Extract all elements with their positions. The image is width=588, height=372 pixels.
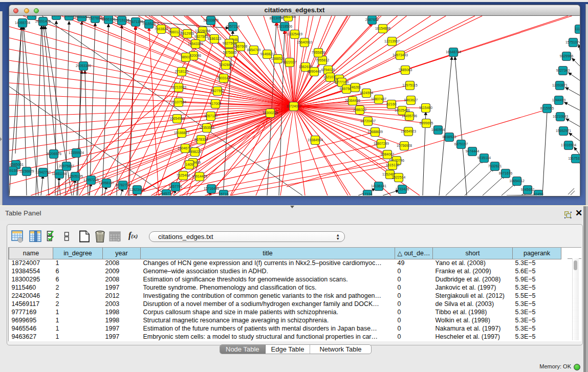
svg-text:8938923: 8938923 <box>443 135 456 139</box>
svg-text:9498222: 9498222 <box>188 150 202 154</box>
svg-text:19218506: 19218506 <box>277 25 292 28</box>
svg-text:9084067: 9084067 <box>381 152 395 156</box>
svg-text:11451194: 11451194 <box>52 172 67 176</box>
svg-text:10958107: 10958107 <box>99 181 114 185</box>
svg-text:8215955: 8215955 <box>540 106 554 110</box>
svg-text:15716: 15716 <box>219 192 229 195</box>
svg-text:16939: 16939 <box>52 16 61 17</box>
svg-text:9235114: 9235114 <box>477 156 491 160</box>
svg-text:7663822: 7663822 <box>155 27 168 31</box>
svg-text:9777169: 9777169 <box>335 80 349 84</box>
svg-text:1733426: 1733426 <box>396 187 409 191</box>
svg-text:39159: 39159 <box>9 169 18 172</box>
svg-text:17334: 17334 <box>363 192 373 195</box>
svg-text:6999695: 6999695 <box>420 121 433 125</box>
svg-text:9327503: 9327503 <box>194 35 208 38</box>
svg-text:6466160: 6466160 <box>102 17 116 21</box>
svg-text:14136141: 14136141 <box>371 184 386 188</box>
svg-text:18724007: 18724007 <box>286 104 301 108</box>
svg-text:12213967: 12213967 <box>384 39 400 43</box>
svg-text:10653: 10653 <box>64 16 74 17</box>
svg-text:9474444: 9474444 <box>466 149 480 153</box>
svg-text:1705: 1705 <box>28 16 35 17</box>
svg-text:6879197: 6879197 <box>454 142 468 146</box>
svg-text:8678334: 8678334 <box>194 138 208 141</box>
svg-text:9329966: 9329966 <box>560 54 574 58</box>
svg-text:7485063: 7485063 <box>399 68 412 72</box>
svg-text:12093871: 12093871 <box>552 83 568 87</box>
svg-text:11156829: 11156829 <box>19 169 34 173</box>
svg-text:2803144: 2803144 <box>217 76 231 80</box>
svg-text:94577: 94577 <box>162 192 171 195</box>
svg-text:62160: 62160 <box>387 102 397 106</box>
svg-text:12213383: 12213383 <box>171 85 186 89</box>
svg-text:10807487: 10807487 <box>371 97 386 101</box>
svg-text:2087652: 2087652 <box>365 18 379 21</box>
svg-text:10756928: 10756928 <box>397 144 412 147</box>
svg-text:98901: 98901 <box>181 55 191 59</box>
svg-text:17359924: 17359924 <box>69 151 84 155</box>
svg-text:14055724: 14055724 <box>15 21 30 25</box>
svg-text:7632621: 7632621 <box>488 164 502 168</box>
svg-text:15716485: 15716485 <box>204 187 219 190</box>
svg-text:9227343: 9227343 <box>556 69 570 72</box>
svg-text:3624554: 3624554 <box>360 91 374 95</box>
svg-text:2522514: 2522514 <box>392 176 406 179</box>
svg-text:15751074: 15751074 <box>565 40 580 44</box>
svg-text:7955812: 7955812 <box>316 58 330 62</box>
svg-text:3267110: 3267110 <box>204 114 217 118</box>
svg-text:16107554: 16107554 <box>171 100 186 104</box>
svg-text:8990448: 8990448 <box>308 70 321 73</box>
svg-text:10961766: 10961766 <box>280 16 296 18</box>
svg-text:11123: 11123 <box>575 27 580 31</box>
svg-text:16033809: 16033809 <box>203 18 219 22</box>
svg-text:18807249: 18807249 <box>374 142 389 145</box>
svg-text:8427552: 8427552 <box>211 89 225 93</box>
svg-text:16154838: 16154838 <box>375 27 390 30</box>
svg-text:8912955: 8912955 <box>181 32 194 35</box>
svg-text:5875685: 5875685 <box>223 51 237 54</box>
svg-text:19166827: 19166827 <box>174 131 189 135</box>
svg-text:9245652: 9245652 <box>521 188 535 191</box>
svg-text:16671355: 16671355 <box>128 20 143 24</box>
svg-text:16210643: 16210643 <box>553 115 568 118</box>
svg-text:13325419: 13325419 <box>287 32 302 36</box>
svg-text:9457791: 9457791 <box>169 185 183 188</box>
svg-text:8471676: 8471676 <box>499 171 513 175</box>
svg-text:10653267: 10653267 <box>74 16 90 18</box>
svg-text:17016504: 17016504 <box>561 143 576 147</box>
svg-text:7986322: 7986322 <box>353 108 367 112</box>
svg-text:6794028: 6794028 <box>321 68 335 72</box>
svg-text:7955858: 7955858 <box>312 51 325 54</box>
svg-text:8454749: 8454749 <box>247 48 261 52</box>
svg-text:746266: 746266 <box>350 85 361 89</box>
svg-text:12353594: 12353594 <box>199 126 214 129</box>
svg-text:7515526: 7515526 <box>142 22 156 26</box>
svg-text:1527602: 1527602 <box>89 16 102 20</box>
svg-text:10719155: 10719155 <box>114 18 129 22</box>
svg-text:19654923: 19654923 <box>401 129 416 133</box>
svg-text:12505135: 12505135 <box>68 174 83 178</box>
svg-text:8322037: 8322037 <box>283 60 297 64</box>
svg-text:92456: 92456 <box>534 192 543 195</box>
svg-text:16782759: 16782759 <box>115 183 130 187</box>
svg-text:12942757: 12942757 <box>35 170 51 174</box>
svg-text:1640954: 1640954 <box>431 128 445 132</box>
svg-text:12975115: 12975115 <box>402 83 418 87</box>
svg-text:9115460: 9115460 <box>419 106 432 110</box>
svg-text:29053346: 29053346 <box>76 64 91 68</box>
svg-text:25300235: 25300235 <box>263 111 278 115</box>
svg-text:1244419: 1244419 <box>552 98 566 102</box>
svg-text:2867608: 2867608 <box>234 45 248 48</box>
svg-text:9463627: 9463627 <box>404 98 418 102</box>
svg-text:1409: 1409 <box>185 163 193 166</box>
svg-text:20364436: 20364436 <box>345 99 360 102</box>
svg-text:16914479: 16914479 <box>192 174 207 178</box>
svg-text:10688609: 10688609 <box>367 130 383 134</box>
svg-text:11675333: 11675333 <box>568 157 580 160</box>
svg-text:1615132: 1615132 <box>386 163 400 167</box>
svg-text:14495796: 14495796 <box>402 114 417 118</box>
svg-text:16648784: 16648784 <box>446 50 461 54</box>
svg-text:16543382: 16543382 <box>188 42 203 46</box>
svg-text:20691406: 20691406 <box>35 19 51 23</box>
